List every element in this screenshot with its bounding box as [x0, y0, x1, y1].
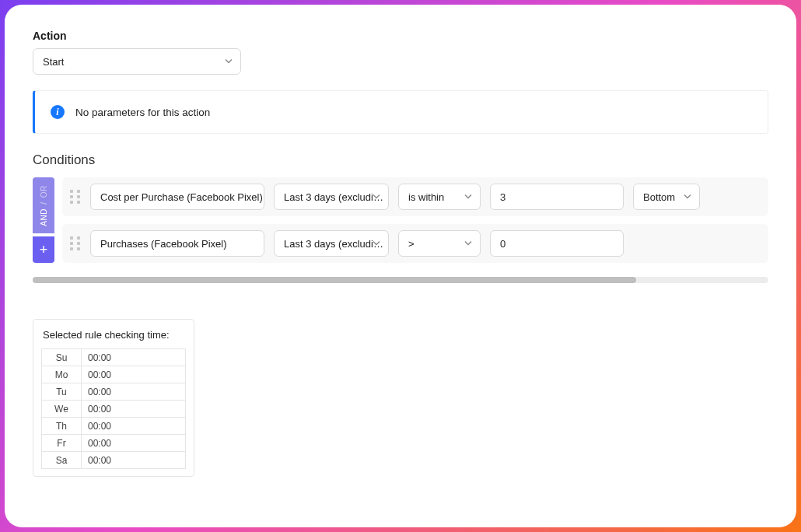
schedule-day[interactable]: Th: [41, 417, 82, 435]
schedule-time[interactable]: 00:00: [82, 417, 186, 435]
schedule-day[interactable]: We: [41, 400, 82, 418]
schedule-row: Fr 00:00: [41, 434, 186, 452]
schedule-time[interactable]: 00:00: [82, 434, 186, 452]
logic-and-label: AND: [40, 208, 48, 226]
value-input[interactable]: [490, 230, 624, 257]
chevron-down-icon: [464, 238, 472, 250]
timeframe-select[interactable]: Last 3 days (excludi…: [274, 184, 389, 210]
value-input[interactable]: [490, 184, 624, 210]
schedule-row: Th 00:00: [41, 417, 186, 435]
schedule-day[interactable]: Tu: [41, 383, 82, 401]
info-icon: i: [51, 105, 65, 119]
condition-row: Cost per Purchase (Facebook Pixel) Last …: [62, 177, 768, 216]
schedule-row: Su 00:00: [41, 348, 186, 366]
operator-select[interactable]: is within: [398, 184, 481, 210]
condition-row: Purchases (Facebook Pixel) Last 3 days (…: [62, 224, 768, 263]
schedule-time[interactable]: 00:00: [82, 348, 186, 366]
horizontal-scrollbar[interactable]: [33, 277, 768, 283]
metric-value: Cost per Purchase (Facebook Pixel): [100, 191, 263, 203]
metric-select[interactable]: Cost per Purchase (Facebook Pixel): [90, 184, 264, 210]
metric-select[interactable]: Purchases (Facebook Pixel): [90, 230, 264, 257]
add-condition-button[interactable]: +: [33, 236, 54, 263]
info-banner-text: No parameters for this action: [75, 107, 210, 118]
operator-select[interactable]: >: [398, 230, 481, 257]
operator-value: is within: [408, 191, 444, 203]
condition-rows: Cost per Purchase (Facebook Pixel) Last …: [62, 177, 768, 263]
schedule-row: We 00:00: [41, 400, 186, 418]
drag-handle-icon[interactable]: [70, 236, 81, 250]
logic-column: AND / OR +: [33, 177, 54, 263]
schedule-title: Selected rule checking time:: [41, 329, 186, 341]
schedule-row: Tu 00:00: [41, 383, 186, 401]
schedule-time[interactable]: 00:00: [82, 383, 186, 401]
logic-toggle-and-or[interactable]: AND / OR: [33, 177, 54, 233]
metric-value: Purchases (Facebook Pixel): [100, 238, 227, 250]
schedule-time[interactable]: 00:00: [82, 400, 186, 418]
operator-value: >: [408, 238, 414, 250]
logic-or-label: OR: [40, 185, 48, 198]
action-select-value: Start: [43, 56, 64, 68]
schedule-time[interactable]: 00:00: [82, 366, 186, 383]
schedule-time[interactable]: 00:00: [82, 451, 186, 469]
drag-handle-icon[interactable]: [70, 190, 81, 204]
chevron-down-icon: [464, 191, 472, 203]
plus-icon: +: [40, 242, 48, 258]
chevron-down-icon: [225, 56, 233, 68]
conditions-title: Conditions: [33, 152, 768, 168]
schedule-day[interactable]: Mo: [41, 366, 82, 383]
timeframe-select[interactable]: Last 3 days (excludi…: [274, 230, 389, 257]
action-select[interactable]: Start: [33, 48, 241, 75]
chevron-down-icon: [684, 191, 691, 203]
rank-select[interactable]: Bottom: [633, 184, 700, 210]
schedule-card: Selected rule checking time: Su 00:00 Mo…: [33, 319, 194, 477]
scrollbar-thumb[interactable]: [33, 277, 636, 283]
rule-editor-panel: Action Start i No parameters for this ac…: [5, 5, 796, 527]
schedule-day[interactable]: Fr: [41, 434, 82, 452]
conditions-block: AND / OR + Cost per Purchase (Facebook P…: [33, 177, 768, 263]
info-banner: i No parameters for this action: [33, 90, 768, 134]
schedule-day[interactable]: Sa: [41, 451, 82, 469]
schedule-row: Mo 00:00: [41, 366, 186, 383]
rank-value: Bottom: [643, 191, 675, 203]
schedule-row: Sa 00:00: [41, 451, 186, 469]
timeframe-value: Last 3 days (excludi…: [284, 191, 383, 203]
schedule-day[interactable]: Su: [41, 348, 82, 366]
timeframe-value: Last 3 days (excludi…: [284, 238, 383, 250]
action-label: Action: [33, 30, 768, 42]
